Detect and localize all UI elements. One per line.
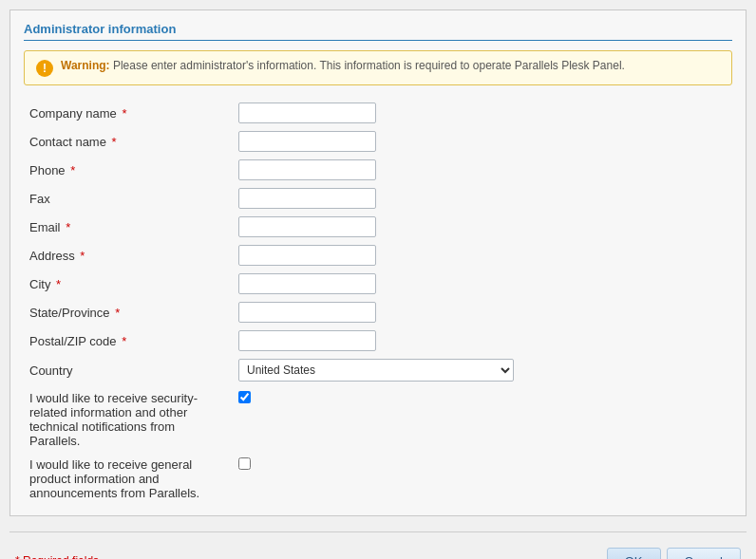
field-label-email: Email * (24, 213, 233, 241)
required-indicator: * (52, 277, 61, 291)
required-indicator: * (112, 306, 121, 320)
input-address[interactable] (238, 245, 376, 266)
input-fax[interactable] (238, 188, 376, 209)
input-email[interactable] (238, 216, 376, 237)
page-wrapper: Administrator information ! Warning: Ple… (0, 0, 756, 559)
content-area: Administrator information ! Warning: Ple… (9, 9, 747, 516)
field-label-address: Address * (24, 241, 233, 270)
input-city[interactable] (238, 273, 376, 294)
checkbox-label-2: I would like to receive general product … (24, 452, 233, 504)
country-label: Country (24, 355, 233, 385)
field-label-state_province: State/Province * (24, 298, 233, 326)
required-indicator: * (77, 249, 85, 263)
warning-text: Warning: Please enter administrator's in… (61, 59, 625, 72)
field-label-city: City * (24, 270, 233, 298)
required-text: Required fields (23, 554, 99, 559)
warning-icon: ! (36, 60, 53, 77)
footer-row: * Required fields OK Cancel (9, 542, 747, 559)
ok-button[interactable]: OK (607, 548, 661, 559)
field-row-postal_zip_code: Postal/ZIP code * (24, 326, 732, 355)
checkbox-row-2: I would like to receive general product … (24, 452, 732, 504)
warning-box: ! Warning: Please enter administrator's … (24, 50, 732, 85)
required-note: * Required fields (15, 554, 601, 559)
form-table: Company name *Contact name *Phone *FaxEm… (24, 99, 732, 504)
field-row-phone: Phone * (24, 156, 732, 184)
warning-label: Warning: (61, 59, 110, 72)
field-label-company_name: Company name * (24, 99, 233, 127)
field-row-fax: Fax (24, 184, 732, 213)
checkbox-general[interactable] (238, 457, 251, 470)
field-row-contact_name: Contact name * (24, 127, 732, 156)
field-row-city: City * (24, 270, 732, 298)
required-indicator: * (119, 106, 127, 121)
input-contact_name[interactable] (238, 131, 376, 152)
field-label-phone: Phone * (24, 156, 233, 184)
input-company_name[interactable] (238, 102, 376, 123)
input-postal_zip_code[interactable] (238, 330, 376, 351)
field-row-state_province: State/Province * (24, 298, 732, 326)
warning-message: Please enter administrator's information… (113, 59, 625, 72)
required-indicator: * (67, 163, 76, 177)
required-indicator: * (119, 334, 127, 348)
field-row-address: Address * (24, 241, 732, 270)
divider (9, 531, 747, 532)
field-row-company_name: Company name * (24, 99, 732, 127)
field-label-postal_zip_code: Postal/ZIP code * (24, 326, 233, 355)
cancel-button[interactable]: Cancel (667, 548, 741, 559)
field-label-contact_name: Contact name * (24, 127, 233, 156)
checkbox-security[interactable] (238, 391, 251, 403)
country-select[interactable]: United StatesCanadaUnited KingdomAustral… (238, 359, 514, 382)
field-row-email: Email * (24, 213, 732, 241)
required-star: * (15, 554, 20, 559)
required-indicator: * (108, 135, 117, 149)
country-row: Country United StatesCanadaUnited Kingdo… (24, 355, 732, 385)
checkbox-label-1: I would like to receive security-related… (24, 385, 233, 452)
required-indicator: * (63, 220, 71, 234)
input-phone[interactable] (238, 159, 376, 180)
checkbox-row-1: I would like to receive security-related… (24, 385, 732, 452)
field-label-fax: Fax (24, 184, 233, 213)
input-state_province[interactable] (238, 302, 376, 323)
section-title: Administrator information (24, 22, 732, 41)
